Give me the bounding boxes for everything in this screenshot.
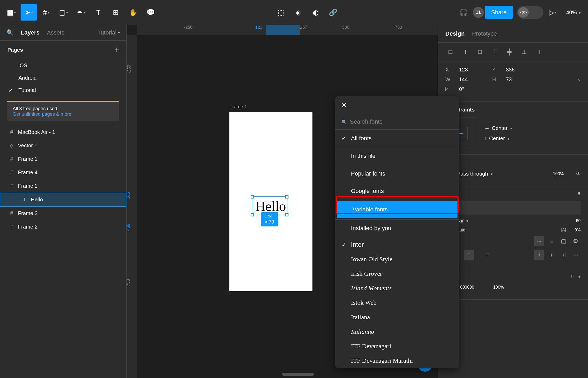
align-hcenter-icon[interactable]: ⫮ bbox=[460, 47, 470, 57]
align-left-icon[interactable]: ⊟ bbox=[445, 47, 455, 57]
fill-styles-icon[interactable]: ⠿ bbox=[571, 274, 574, 280]
component-tool[interactable]: ⬚ bbox=[273, 4, 289, 21]
filter-all-fonts[interactable]: All fonts bbox=[335, 130, 459, 147]
fill-opacity-value[interactable]: 100% bbox=[493, 285, 504, 290]
font-option[interactable]: Iowan Old Style bbox=[335, 252, 459, 266]
text-align-top-icon[interactable]: ⍐ bbox=[534, 250, 544, 260]
page-ios[interactable]: iOS bbox=[0, 59, 126, 72]
text-more-icon[interactable]: ⋯ bbox=[571, 250, 581, 260]
tab-design[interactable]: Design bbox=[445, 30, 465, 37]
search-icon[interactable]: 🔍 bbox=[6, 29, 13, 36]
boolean-tool[interactable]: ◐ bbox=[307, 4, 324, 21]
tab-assets[interactable]: Assets bbox=[47, 29, 64, 36]
filter-popular-fonts[interactable]: Popular fonts bbox=[335, 165, 459, 182]
text-settings-icon[interactable]: ⚙ bbox=[571, 236, 581, 246]
distribute-icon[interactable]: ⫴ bbox=[534, 47, 544, 57]
text-tool[interactable]: T bbox=[90, 4, 107, 21]
scrollbar-horizontal[interactable] bbox=[282, 373, 314, 376]
font-size-input[interactable]: 60 bbox=[576, 219, 581, 223]
tab-layers[interactable]: Layers bbox=[21, 29, 40, 36]
y-value[interactable]: 386 bbox=[506, 67, 514, 73]
zoom-level[interactable]: 40% ▾ bbox=[562, 7, 585, 18]
font-option[interactable]: ITF Devanagari bbox=[335, 339, 459, 353]
font-option[interactable]: Italiana bbox=[335, 310, 459, 324]
layer-item[interactable]: #Frame 3 bbox=[0, 207, 126, 220]
font-option[interactable]: Irish Grover bbox=[335, 266, 459, 281]
text-align-right-icon[interactable]: ≡ bbox=[482, 250, 492, 260]
layer-item[interactable]: #Frame 2 bbox=[0, 220, 126, 234]
pages-title: Pages bbox=[7, 47, 23, 53]
layer-item[interactable]: #Frame 1 bbox=[0, 179, 126, 193]
w-value[interactable]: 144 bbox=[459, 76, 468, 83]
align-top-icon[interactable]: ⊤ bbox=[490, 47, 500, 57]
text-align-bottom-icon[interactable]: ⍗ bbox=[558, 250, 568, 260]
close-icon[interactable]: ✕ bbox=[341, 101, 347, 109]
layer-item[interactable]: #MacBook Air - 1 bbox=[0, 125, 126, 139]
selected-text-layer[interactable]: Hello 144 × 73 bbox=[252, 196, 287, 215]
filter-installed-by-you[interactable]: Installed by you bbox=[335, 220, 459, 237]
letter-spacing-input[interactable]: 0% bbox=[575, 228, 581, 232]
font-family-input[interactable]: Inter bbox=[445, 201, 581, 215]
layer-item[interactable]: ◇Vector 1 bbox=[0, 139, 126, 152]
dev-mode-toggle[interactable]: </> bbox=[517, 6, 543, 19]
share-button[interactable]: Share bbox=[485, 6, 513, 19]
hand-tool[interactable]: ✋ bbox=[125, 4, 141, 21]
layer-item[interactable]: #Frame 4 bbox=[0, 166, 126, 179]
main-menu-button[interactable]: ▦▾ bbox=[3, 4, 20, 21]
audio-icon[interactable]: 🎧 bbox=[455, 4, 472, 21]
font-search-input[interactable] bbox=[350, 118, 453, 125]
font-option[interactable]: Island Moments bbox=[335, 281, 459, 295]
font-option[interactable]: Istok Web bbox=[335, 295, 459, 310]
frame-tool[interactable]: #▾ bbox=[38, 4, 54, 21]
present-button[interactable]: ▷▾ bbox=[544, 4, 561, 21]
frame-label[interactable]: Frame 1 bbox=[229, 104, 247, 110]
link-tool[interactable]: 🔗 bbox=[325, 4, 341, 21]
filter-in-this-file[interactable]: In this file bbox=[335, 147, 459, 165]
auto-width-icon[interactable]: ↔ bbox=[534, 236, 544, 246]
text-align-center-icon[interactable]: ≡ bbox=[464, 250, 474, 260]
align-bottom-icon[interactable]: ⊥ bbox=[519, 47, 529, 57]
layer-item[interactable]: #Frame 1 bbox=[0, 152, 126, 166]
lock-aspect-icon[interactable]: ⟐ bbox=[578, 77, 581, 82]
h-value[interactable]: 73 bbox=[506, 76, 512, 83]
upgrade-link[interactable]: Get unlimited pages & more bbox=[13, 112, 114, 117]
font-option[interactable]: ITF Devanagari Marathi bbox=[335, 353, 459, 368]
mask-tool[interactable]: ◈ bbox=[290, 4, 306, 21]
pen-tool[interactable]: ✒▾ bbox=[73, 4, 89, 21]
resources-tool[interactable]: ⊞ bbox=[108, 4, 124, 21]
align-right-icon[interactable]: ⊟ bbox=[475, 47, 485, 57]
layer-item[interactable]: THello bbox=[0, 193, 126, 207]
left-panel: 🔍 Layers Assets Tutorial ▾ Pages + iOS A… bbox=[0, 25, 127, 378]
blend-mode-dropdown[interactable]: Pass through ▾ bbox=[457, 171, 493, 177]
font-picker-dialog: ✕ 🔍 All fonts In this file Popular fonts… bbox=[335, 96, 459, 368]
fixed-size-icon[interactable]: ▢ bbox=[558, 236, 568, 246]
filter-google-fonts[interactable]: Google fonts bbox=[335, 182, 459, 200]
text-styles-icon[interactable]: ⠿ bbox=[577, 191, 581, 197]
constraint-h-dropdown[interactable]: ↔ Center ▾ bbox=[484, 125, 512, 131]
move-tool[interactable]: ➤▾ bbox=[21, 4, 37, 21]
rotation-value[interactable]: 0° bbox=[459, 86, 464, 92]
align-vcenter-icon[interactable]: ╪ bbox=[504, 47, 514, 57]
text-align-middle-icon[interactable]: ⍗ bbox=[546, 250, 556, 260]
font-option[interactable]: Italianno bbox=[335, 324, 459, 339]
page-android[interactable]: Android bbox=[0, 72, 126, 84]
comment-tool[interactable]: 💬 bbox=[142, 4, 159, 21]
frame-1[interactable]: Hello 144 × 73 bbox=[229, 112, 312, 291]
fill-color-value[interactable]: 000000 bbox=[460, 285, 474, 290]
font-option[interactable]: Inter bbox=[335, 237, 459, 252]
add-page-button[interactable]: + bbox=[115, 46, 119, 54]
page-tutorial[interactable]: Tutorial bbox=[0, 84, 126, 96]
constraint-v-dropdown[interactable]: ↕ Center ▾ bbox=[484, 135, 512, 142]
avatar-badge[interactable]: 11 bbox=[473, 7, 484, 18]
add-fill-button[interactable]: + bbox=[578, 274, 581, 280]
tab-prototype[interactable]: Prototype bbox=[472, 30, 497, 37]
filter-variable-fonts[interactable]: Variable fonts bbox=[337, 201, 457, 218]
layer-title: Layer bbox=[445, 160, 581, 166]
opacity-value[interactable]: 100% bbox=[553, 172, 564, 176]
search-icon: 🔍 bbox=[341, 119, 347, 124]
shape-tool[interactable]: ▢▾ bbox=[55, 4, 72, 21]
tab-tutorial[interactable]: Tutorial ▾ bbox=[97, 29, 120, 36]
x-value[interactable]: 123 bbox=[459, 67, 468, 73]
visibility-icon[interactable]: 👁 bbox=[576, 172, 581, 176]
auto-height-icon[interactable]: ≡ bbox=[546, 236, 556, 246]
